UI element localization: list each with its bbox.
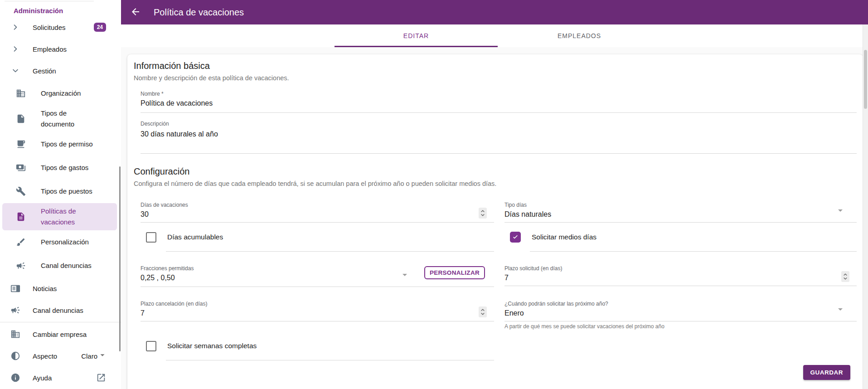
sidebar-item-tipos-de-documento[interactable]: Tipos de documento <box>0 105 121 132</box>
page-title: Política de vacaciones <box>154 7 244 18</box>
chevron-right-icon <box>10 44 21 54</box>
arrow-back-icon <box>130 6 141 19</box>
sidebar-scrollbar[interactable] <box>119 166 121 351</box>
plazo-solicitud-label: Plazo solicitud (en días) <box>504 265 857 272</box>
plazo-cancelacion-field: Plazo cancelación (en días) 7 <box>141 287 494 330</box>
sidebar-section-title: Administración <box>0 1 121 15</box>
sidebar-item-gestion[interactable]: Gestión <box>0 60 121 82</box>
document-lines-icon <box>15 211 26 222</box>
main-panel: Política de vacaciones EDITAR EMPLEADOS … <box>121 0 868 389</box>
nombre-field: Nombre * Política de vacaciones <box>141 91 857 113</box>
chevron-right-icon <box>10 22 21 33</box>
sidebar-item-personalizacion[interactable]: Personalización <box>0 230 121 254</box>
tipo-dias-label: Tipo días <box>504 202 857 208</box>
cup-icon <box>15 139 26 150</box>
tipo-dias-select[interactable]: Días naturales <box>504 210 857 219</box>
sidebar-item-label: Tipos de puestos <box>41 186 99 197</box>
fracciones-field: Fracciones permitidas 0,25 , 0,50 PERSON… <box>141 252 494 287</box>
sidebar-item-label: Cambiar empresa <box>33 331 87 338</box>
sidebar-item-politicas-de-vacaciones[interactable]: Políticas de vacaciones <box>2 203 117 230</box>
sidebar-item-label: Empleados <box>33 45 67 53</box>
descripcion-field: Descripción 30 días naturales al año <box>141 121 857 154</box>
sidebar-item-label: Políticas de vacaciones <box>41 206 99 228</box>
sidebar-item-empleados[interactable]: Empleados <box>0 38 121 60</box>
section-title-config: Configuración <box>134 165 857 177</box>
descripcion-input[interactable]: 30 días naturales al año <box>141 130 857 138</box>
descripcion-label: Descripción <box>141 121 857 127</box>
proximo-anio-field: ¿Cuándo podrán solicitar las próximo año… <box>504 287 857 330</box>
form-card: Información básica Nombre y descripción … <box>127 54 863 389</box>
plazo-cancelacion-input[interactable]: 7 <box>141 309 494 317</box>
nombre-input[interactable]: Política de vacaciones <box>141 99 857 107</box>
semanas-completas-row: Solicitar semanas completas <box>141 331 494 360</box>
open-in-new-icon[interactable] <box>96 373 106 383</box>
proximo-anio-select[interactable]: Enero <box>504 309 857 317</box>
personalizar-button[interactable]: PERSONALIZAR <box>424 266 485 279</box>
dias-acumulables-checkbox[interactable] <box>146 232 156 243</box>
theme-select[interactable]: Claro <box>81 350 107 362</box>
sidebar-item-canal-denuncias-2[interactable]: Canal denuncias <box>0 299 121 321</box>
solicitar-medios-dias-checkbox[interactable] <box>510 232 521 243</box>
dias-vacaciones-input[interactable]: 30 <box>141 210 494 219</box>
sidebar-item-aspecto[interactable]: Aspecto Claro <box>0 345 121 367</box>
window-scrollbar-thumb[interactable] <box>864 50 867 109</box>
sidebar-item-ayuda[interactable]: Ayuda <box>0 367 121 389</box>
sidebar-item-label: Canal denuncias <box>33 306 83 314</box>
section-subtitle-basic: Nombre y descripción de esta política de… <box>134 74 857 82</box>
dias-acumulables-row: Días acumulables <box>141 223 494 252</box>
dropdown-caret-icon[interactable] <box>835 304 846 316</box>
newspaper-icon <box>10 283 21 294</box>
tab-editar[interactable]: EDITAR <box>335 24 498 47</box>
nombre-label: Nombre * <box>141 91 857 97</box>
sidebar-item-organizacion[interactable]: Organización <box>0 82 121 105</box>
sidebar-item-label: Gestión <box>33 67 56 75</box>
dropdown-caret-icon[interactable] <box>835 205 846 218</box>
empty-cell <box>504 330 857 360</box>
solicitar-medios-dias-row: Solicitar medios días <box>504 223 857 252</box>
megaphone-icon <box>10 305 21 316</box>
sidebar-item-tipos-de-puestos[interactable]: Tipos de puestos <box>0 180 121 203</box>
sidebar-nav: Solicitudes 24 Empleados Gestión Organiz… <box>0 16 121 389</box>
sidebar-item-tipos-de-permiso[interactable]: Tipos de permiso <box>0 132 121 156</box>
proximo-anio-label: ¿Cuándo podrán solicitar las próximo año… <box>504 301 857 307</box>
sidebar-item-noticias[interactable]: Noticias <box>0 277 121 299</box>
tab-label: EDITAR <box>403 32 429 39</box>
dias-vacaciones-field: Días de vacaciones 30 <box>141 202 494 223</box>
sidebar-item-label: Tipos de documento <box>41 108 99 130</box>
proximo-anio-helper: A partir de qué mes se puede solicitar v… <box>504 323 857 330</box>
sidebar-item-tipos-de-gastos[interactable]: Tipos de gastos <box>0 156 121 180</box>
tab-bar: EDITAR EMPLEADOS <box>121 24 868 47</box>
dias-acumulables-label: Días acumulables <box>167 233 223 241</box>
sidebar-item-solicitudes[interactable]: Solicitudes 24 <box>0 16 121 38</box>
sidebar-item-label: Aspecto <box>33 352 57 360</box>
guardar-button[interactable]: GUARDAR <box>803 365 851 380</box>
number-stepper[interactable] <box>841 271 849 282</box>
plazo-solicitud-field: Plazo solicitud (en días) 7 <box>504 252 857 287</box>
brush-icon <box>15 237 26 248</box>
sidebar-item-label: Personalización <box>41 237 99 248</box>
dropdown-caret-icon[interactable] <box>399 269 410 282</box>
chevron-down-icon <box>97 350 107 362</box>
window-scrollbar[interactable] <box>863 24 868 389</box>
back-button[interactable] <box>128 5 143 19</box>
sidebar-item-label: Tipos de gastos <box>41 162 99 173</box>
tab-empleados[interactable]: EMPLEADOS <box>498 24 661 47</box>
chevron-down-icon <box>10 65 21 76</box>
wrench-icon <box>15 186 26 197</box>
plazo-solicitud-input[interactable]: 7 <box>504 274 857 282</box>
building-icon <box>15 88 26 99</box>
plazo-cancelacion-label: Plazo cancelación (en días) <box>141 301 494 307</box>
tipo-dias-field: Tipo días Días naturales <box>504 202 857 223</box>
number-stepper[interactable] <box>479 208 487 219</box>
sidebar-item-label: Ayuda <box>33 374 52 382</box>
semanas-completas-checkbox[interactable] <box>146 341 156 351</box>
money-icon <box>15 162 26 173</box>
theme-select-value: Claro <box>81 352 97 360</box>
section-subtitle-config: Configura el número de días que cada emp… <box>134 180 857 187</box>
number-stepper[interactable] <box>479 306 487 317</box>
sidebar-item-label: Organización <box>41 88 99 99</box>
sidebar-item-canal-denuncias[interactable]: Canal denuncias <box>0 254 121 277</box>
tab-label: EMPLEADOS <box>558 32 601 39</box>
sidebar-divider <box>0 322 121 322</box>
sidebar-item-cambiar-empresa[interactable]: Cambiar empresa <box>0 323 121 345</box>
